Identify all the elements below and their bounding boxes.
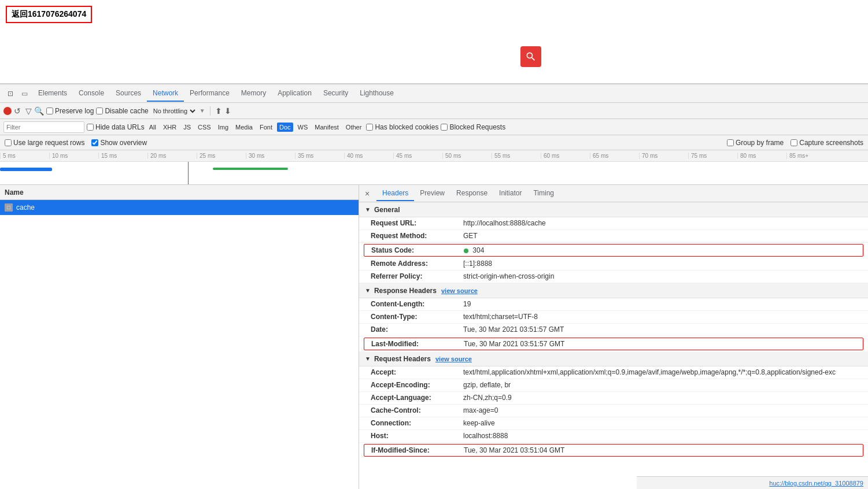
- options-bar: Use large request rows Show overview Gro…: [0, 135, 868, 150]
- timeline-marker: [188, 162, 189, 185]
- request-icon: □: [5, 203, 13, 212]
- tick-60ms: 60 ms: [541, 153, 590, 159]
- refresh-button[interactable]: ↺: [14, 106, 23, 116]
- connection-row: Connection: keep-alive: [359, 417, 868, 430]
- tick-35ms: 35 ms: [295, 153, 344, 159]
- tick-25ms: 25 ms: [197, 153, 246, 159]
- tick-5ms: 5 ms: [0, 153, 49, 159]
- upload-icon[interactable]: ⬆: [215, 106, 222, 116]
- request-url-row: Request URL: http://localhost:8888/cache: [359, 217, 868, 230]
- filter-input[interactable]: [3, 121, 84, 133]
- tab-timing[interactable]: Timing: [527, 186, 560, 201]
- tab-security[interactable]: Security: [317, 86, 354, 102]
- tab-performance[interactable]: Performance: [184, 86, 235, 102]
- filter-type-doc[interactable]: Doc: [277, 123, 293, 132]
- filter-type-media[interactable]: Media: [233, 123, 255, 132]
- view-source-response[interactable]: view source: [441, 287, 478, 294]
- host-row: Host: localhost:8888: [359, 430, 868, 443]
- browser-content: 返回1617076264074: [0, 0, 868, 84]
- timeline-bars: [0, 162, 868, 185]
- accept-encoding-row: Accept-Encoding: gzip, deflate, br: [359, 379, 868, 392]
- large-rows-checkbox[interactable]: Use large request rows: [5, 139, 84, 147]
- filter-type-font[interactable]: Font: [257, 123, 275, 132]
- filter-type-css[interactable]: CSS: [195, 123, 213, 132]
- tab-network[interactable]: Network: [147, 86, 184, 102]
- tab-lighthouse[interactable]: Lighthouse: [354, 86, 400, 102]
- options-right: Group by frame Capture screenshots: [727, 139, 863, 147]
- tick-10ms: 10 ms: [49, 153, 98, 159]
- blog-link[interactable]: huc://blog.csdn.net/qq_31008879: [769, 480, 863, 487]
- filter-type-ws[interactable]: WS: [296, 123, 311, 132]
- status-code-row: Status Code: 304: [364, 244, 863, 257]
- filter-icon[interactable]: ▽: [25, 106, 32, 116]
- main-area: Name □ cache × Headers Preview Response …: [0, 185, 868, 489]
- date-row: Date: Tue, 30 Mar 2021 03:51:57 GMT: [359, 324, 868, 336]
- triangle-icon: ▼: [365, 206, 371, 213]
- accept-language-row: Accept-Language: zh-CN,zh;q=0.9: [359, 392, 868, 405]
- tick-85ms: 85 ms+: [786, 153, 836, 159]
- hide-data-urls-checkbox[interactable]: Hide data URLs: [87, 123, 145, 131]
- timeline: 5 ms 10 ms 15 ms 20 ms 25 ms 30 ms 35 ms…: [0, 150, 868, 185]
- tab-elements[interactable]: Elements: [32, 86, 73, 102]
- response-headers-section[interactable]: ▼ Response Headers view source: [359, 283, 868, 298]
- filter-type-js[interactable]: JS: [181, 123, 193, 132]
- show-overview-checkbox[interactable]: Show overview: [91, 139, 147, 147]
- capture-screenshots-checkbox[interactable]: Capture screenshots: [791, 139, 863, 147]
- details-content: ▼ General Request URL: http://localhost:…: [359, 202, 868, 489]
- search-small-icon[interactable]: 🔍: [34, 106, 44, 116]
- tick-30ms: 30 ms: [246, 153, 295, 159]
- download-icon[interactable]: ⬇: [224, 106, 231, 116]
- close-details-button[interactable]: ×: [361, 188, 373, 199]
- referrer-policy-row: Referrer Policy: strict-origin-when-cros…: [359, 271, 868, 283]
- accept-row: Accept: text/html,application/xhtml+xml,…: [359, 366, 868, 379]
- request-item-cache[interactable]: □ cache: [0, 200, 359, 215]
- tick-70ms: 70 ms: [639, 153, 688, 159]
- tab-response[interactable]: Response: [450, 186, 493, 201]
- has-blocked-cookies-checkbox[interactable]: Has blocked cookies: [366, 123, 438, 131]
- devtools-tabs: ⊡ ▭ Elements Console Sources Network Per…: [0, 84, 868, 103]
- filter-type-other[interactable]: Other: [343, 123, 364, 132]
- tab-application[interactable]: Application: [272, 86, 317, 102]
- details-tabs: × Headers Preview Response Initiator Tim…: [359, 185, 868, 202]
- triangle-icon-3: ▼: [365, 355, 371, 362]
- throttling-arrow: ▼: [200, 108, 205, 114]
- requests-panel: Name □ cache: [0, 185, 359, 489]
- cache-control-row: Cache-Control: max-age=0: [359, 405, 868, 417]
- tab-headers[interactable]: Headers: [376, 186, 414, 201]
- search-button[interactable]: [520, 46, 541, 67]
- tick-65ms: 65 ms: [590, 153, 639, 159]
- status-dot: [464, 249, 468, 253]
- timeline-bar-blue: [0, 168, 52, 171]
- tick-55ms: 55 ms: [492, 153, 541, 159]
- tab-console[interactable]: Console: [73, 86, 110, 102]
- request-method-row: Request Method: GET: [359, 230, 868, 243]
- tab-preview[interactable]: Preview: [414, 186, 450, 201]
- tab-initiator[interactable]: Initiator: [493, 186, 527, 201]
- content-type-row: Content-Type: text/html;charset=UTF-8: [359, 311, 868, 324]
- content-length-row: Content-Length: 19: [359, 298, 868, 311]
- group-by-frame-checkbox[interactable]: Group by frame: [727, 139, 784, 147]
- preserve-log-checkbox[interactable]: Preserve log: [46, 107, 94, 115]
- filter-type-all[interactable]: All: [147, 123, 158, 132]
- record-button[interactable]: [3, 107, 12, 115]
- options-left: Use large request rows Show overview: [5, 139, 147, 147]
- last-modified-row: Last-Modified: Tue, 30 Mar 2021 03:51:57…: [364, 338, 863, 350]
- request-headers-section[interactable]: ▼ Request Headers view source: [359, 351, 868, 366]
- filter-type-xhr[interactable]: XHR: [161, 123, 179, 132]
- general-section-header[interactable]: ▼ General: [359, 202, 868, 217]
- devtools-panel: ⊡ ▭ Elements Console Sources Network Per…: [0, 84, 868, 489]
- if-modified-since-row: If-Modified-Since: Tue, 30 Mar 2021 03:5…: [364, 444, 863, 457]
- inspect-icon[interactable]: ⊡: [5, 88, 16, 99]
- device-icon[interactable]: ▭: [19, 88, 30, 99]
- tab-sources[interactable]: Sources: [110, 86, 147, 102]
- tick-20ms: 20 ms: [147, 153, 197, 159]
- filter-type-img[interactable]: Img: [216, 123, 231, 132]
- filter-type-manifest[interactable]: Manifest: [312, 123, 341, 132]
- blocked-requests-checkbox[interactable]: Blocked Requests: [441, 123, 505, 131]
- disable-cache-checkbox[interactable]: Disable cache: [96, 107, 148, 115]
- tab-memory[interactable]: Memory: [235, 86, 272, 102]
- tick-80ms: 80 ms: [737, 153, 786, 159]
- view-source-request[interactable]: view source: [435, 355, 472, 362]
- search-icon: [525, 51, 537, 62]
- throttling-select[interactable]: No throttling: [151, 107, 197, 115]
